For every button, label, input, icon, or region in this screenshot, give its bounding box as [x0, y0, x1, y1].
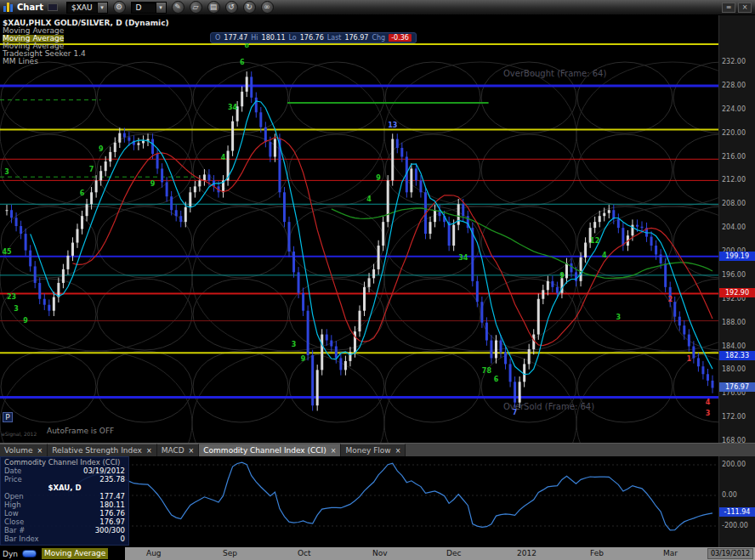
cci-tick-label: -200.00 [722, 522, 748, 529]
svg-text:9: 9 [99, 145, 104, 153]
svg-text:2: 2 [667, 296, 673, 303]
info-value: 177.47 [99, 492, 125, 501]
svg-text:12: 12 [590, 237, 599, 245]
price-chart-canvas[interactable]: 3452339679943468394913347867912432143 $X… [0, 15, 718, 443]
info-label: Date [4, 467, 21, 475]
cci-tick-label: 200.00 [722, 461, 746, 468]
legend-line[interactable]: MM Lines [3, 58, 38, 65]
info-label: Open [4, 492, 24, 501]
last-value: 176.97 [344, 34, 368, 42]
tab-commodity-channel-index-cci[interactable]: Commodity Channel Index (CCI)× [199, 444, 341, 456]
price-tick-label: 212.00 [722, 176, 746, 184]
info-symbol-subtitle: $XAU, D [4, 484, 125, 492]
interval-combo[interactable]: D ▾ [131, 2, 167, 14]
price-level-badge: 182.33 [719, 351, 755, 360]
high-value: 180.11 [262, 34, 286, 42]
cci-tick-label: 0.00 [722, 491, 737, 499]
autoframe-status-label: AutoFrame is OFF [47, 427, 114, 435]
svg-text:3: 3 [292, 341, 297, 348]
indicator-tabs: Volume×Relative Strength Index×MACD×Comm… [0, 443, 755, 456]
annotation-button[interactable]: ▤ [207, 1, 220, 14]
info-value: 180.11 [99, 501, 125, 509]
open-value: 177.47 [224, 34, 247, 42]
chevron-down-icon[interactable]: ▾ [97, 3, 107, 13]
tab-label: Money Flow [345, 446, 390, 455]
symbol-value: $XAU [67, 3, 97, 13]
time-axis-label: Nov [372, 549, 388, 557]
svg-text:23: 23 [7, 293, 16, 301]
info-value: 176.97 [99, 518, 125, 526]
cci-panel-canvas[interactable]: Commodity Channel Index (CCI)Date03/19/2… [0, 456, 718, 547]
tab-money-flow[interactable]: Money Flow× [341, 444, 406, 456]
chart-mode-icon [48, 3, 58, 11]
svg-text:34: 34 [458, 254, 468, 262]
eraser-button[interactable]: ▱ [190, 1, 202, 14]
settings-button[interactable]: ⚙ [113, 1, 126, 14]
tab-close-icon[interactable]: × [331, 447, 337, 455]
ohlc-strip: O 177.47 Hi 180.11 Lo 176.76 Last 176.97… [210, 32, 417, 43]
price-tick-label: 196.00 [722, 271, 746, 279]
properties-badge[interactable]: P [3, 412, 13, 422]
svg-text:9: 9 [23, 317, 28, 325]
svg-text:1: 1 [687, 355, 692, 363]
price-axis[interactable]: 232.00228.00224.00220.00216.00212.00208.… [718, 15, 755, 443]
open-label: O [215, 34, 220, 42]
candlestick-chart[interactable]: 3452339679943468394913347867912432143 [0, 15, 718, 443]
info-row: Price235.78 [4, 475, 125, 484]
svg-text:78: 78 [482, 367, 492, 375]
interval-value: D [132, 3, 156, 13]
info-value: 235.78 [99, 475, 125, 484]
link-button[interactable]: ∞ [261, 1, 274, 14]
time-axis-label: Mar [663, 549, 678, 557]
tab-relative-strength-index[interactable]: Relative Strength Index× [48, 444, 156, 456]
low-value: 176.76 [300, 34, 324, 42]
dyn-label: Dyn [3, 550, 18, 558]
svg-text:4: 4 [602, 252, 607, 259]
info-row: Open177.47 [4, 492, 125, 501]
window-menu-button[interactable]: ≡ [722, 3, 735, 13]
info-row: Low176.76 [4, 509, 125, 518]
time-axis[interactable]: 03/19/2012 AugSepOctNovDec2012FebMar [125, 547, 755, 560]
tab-macd[interactable]: MACD× [157, 444, 200, 456]
cci-title: Commodity Channel Index (CCI) [4, 458, 125, 467]
chg-label: Chg [372, 34, 385, 42]
svg-text:6: 6 [80, 189, 85, 197]
window-buttons: ≡ × [719, 3, 752, 13]
selected-indicator-label[interactable]: Moving Average [42, 548, 108, 559]
chg-value-badge: -0.36 [389, 34, 412, 42]
tab-close-icon[interactable]: × [395, 447, 401, 455]
bottom-bar: Dyn Moving Average 03/19/2012 AugSepOctN… [0, 547, 755, 560]
price-tick-label: 224.00 [722, 105, 746, 113]
window-close-button[interactable]: × [738, 3, 752, 13]
nav-back-button[interactable]: ↺ [225, 1, 238, 14]
price-tick-label: 220.00 [722, 129, 746, 137]
tab-volume[interactable]: Volume× [0, 444, 48, 456]
draw-pencil-button[interactable]: ✎ [172, 1, 184, 14]
window-title: Chart [17, 3, 43, 12]
cci-axis[interactable]: 200.000.00-200.00-111.94 [718, 456, 755, 547]
chevron-down-icon[interactable]: ▾ [156, 3, 166, 13]
info-row: Close176.97 [4, 518, 125, 526]
dyn-toggle[interactable] [22, 550, 37, 557]
svg-text:6: 6 [240, 59, 245, 66]
svg-text:45: 45 [2, 248, 12, 256]
svg-text:9: 9 [376, 174, 381, 182]
tab-close-icon[interactable]: × [37, 447, 43, 455]
info-label: Low [4, 509, 19, 518]
info-value: 300/300 [95, 526, 125, 535]
symbol-combo[interactable]: $XAU ▾ [66, 2, 108, 14]
svg-text:6: 6 [494, 376, 499, 383]
cursor-date-badge: 03/19/2012 [707, 548, 753, 559]
price-tick-label: 204.00 [722, 223, 746, 231]
tab-close-icon[interactable]: × [146, 447, 152, 455]
tab-close-icon[interactable]: × [189, 447, 195, 455]
time-axis-label: Feb [590, 549, 604, 557]
oversold-label: OverSold (Frame: 64) [503, 402, 716, 411]
nav-forward-button[interactable]: ↻ [243, 1, 256, 14]
tab-label: Commodity Channel Index (CCI) [203, 446, 326, 455]
legend: $XAU,PHLX GOLD/SILVER, D (Dynamic)Moving… [3, 20, 173, 65]
high-label: Hi [251, 34, 258, 42]
svg-text:4: 4 [366, 195, 372, 203]
svg-text:3: 3 [4, 168, 9, 176]
svg-text:13: 13 [388, 122, 397, 129]
